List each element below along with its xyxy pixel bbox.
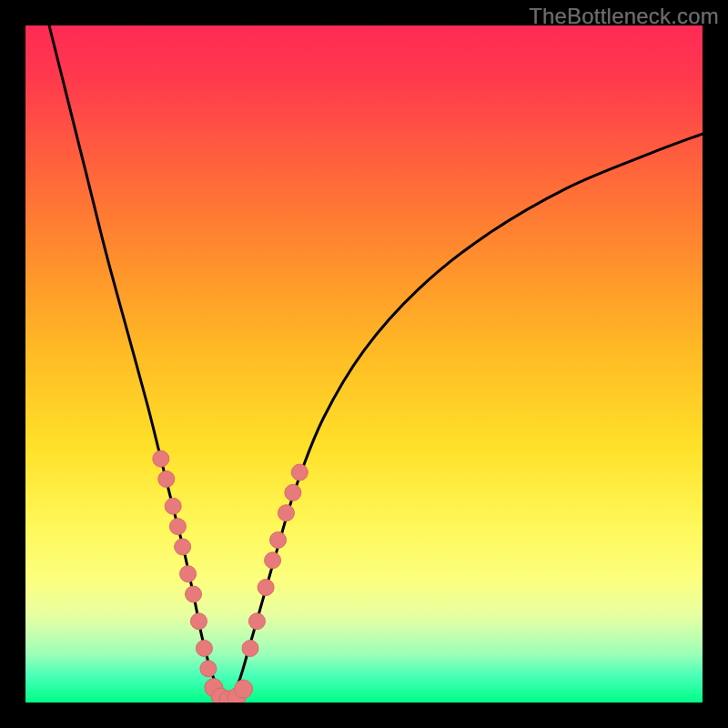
left-branch-marker: [175, 539, 191, 555]
left-branch-marker: [169, 519, 186, 535]
left-branch-marker: [165, 498, 181, 514]
right-branch-marker: [270, 531, 287, 548]
bottleneck-curve-left-curve: [49, 25, 228, 703]
watermark-text: TheBottleneck.com: [529, 4, 719, 29]
valley-marker: [235, 680, 253, 698]
right-branch-marker: [248, 613, 265, 630]
bottleneck-curve-right-curve: [228, 134, 703, 703]
left-branch-marker: [153, 450, 169, 467]
left-branch-marker: [186, 586, 202, 602]
left-branch-marker: [196, 640, 212, 656]
right-branch-marker: [258, 580, 274, 596]
plot-area: [25, 25, 703, 703]
right-branch-marker: [242, 640, 258, 656]
left-branch-marker: [190, 613, 207, 630]
chart-frame: TheBottleneck.com: [0, 0, 728, 728]
left-branch-marker: [180, 566, 197, 582]
right-branch-marker: [291, 464, 308, 480]
left-branch-marker: [158, 470, 175, 487]
right-branch-marker: [285, 484, 301, 500]
right-branch-marker: [265, 552, 281, 569]
left-branch-marker: [200, 661, 217, 677]
curve-layer: [25, 25, 703, 703]
right-branch-marker: [278, 505, 294, 521]
